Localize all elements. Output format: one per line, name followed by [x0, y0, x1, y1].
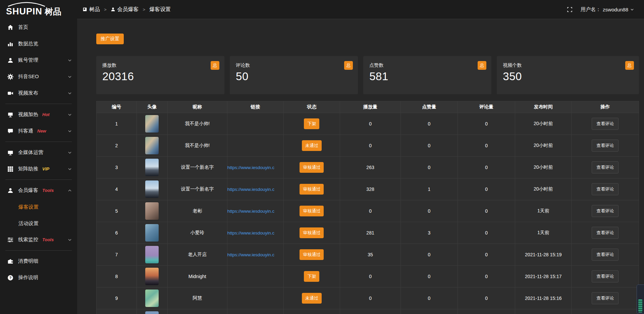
publish-time-cell [515, 309, 572, 314]
sidebar-item-label: 全媒体运营 [18, 149, 43, 156]
username-menu[interactable]: 用户名：zswodun88 [581, 6, 634, 13]
table-header-cell: 编号 [97, 101, 137, 113]
sidebar-item-video-publish[interactable]: 视频发布 [0, 85, 77, 101]
sidebar-item-label: 账号管理 [18, 57, 38, 63]
row-id-cell: 8 [97, 266, 137, 287]
table-header-row: 编号头像昵称链接状态播放量点赞量评论量发布时间操作 [97, 101, 639, 113]
sidebar-item-matrix-boost[interactable]: 矩阵助推VIP [0, 161, 77, 177]
breadcrumb-home[interactable]: 树品 [83, 6, 100, 13]
plays-cell: 0 [340, 135, 400, 157]
publish-time-cell: 2021-11-28 15:16 [515, 287, 572, 309]
breadcrumb-label: 爆客设置 [149, 6, 171, 13]
plays-cell: 0 [340, 287, 400, 309]
view-comments-button[interactable]: 查看评论 [592, 292, 619, 304]
video-icon [7, 90, 13, 96]
topbar-right: 用户名：zswodun88 [567, 6, 634, 13]
sidebar-item-operation-guide[interactable]: ?操作说明 [0, 269, 77, 286]
view-comments-button[interactable]: 查看评论 [592, 227, 619, 239]
table-header-cell: 点赞量 [401, 101, 458, 113]
status-badge: 审核通过 [300, 249, 324, 260]
comments-cell: 0 [458, 287, 515, 309]
avatar [145, 159, 159, 176]
stat-card-likes: 点赞数581总 [363, 56, 491, 94]
promo-settings-button[interactable]: 推广设置 [96, 34, 124, 44]
chat-icon [7, 128, 13, 134]
sidebar-subitem-label: 爆客设置 [18, 204, 39, 210]
sidebar-item-douyin-seo[interactable]: 抖音SEO [0, 68, 77, 85]
sidebar-item-label: 操作说明 [18, 274, 38, 281]
sidebar-item-account-manage[interactable]: 账号管理 [0, 52, 77, 68]
brand-name-cn: 树品 [45, 7, 61, 16]
floating-widget-stripes-icon [638, 300, 642, 312]
status-cell: 审核通过 [283, 244, 340, 266]
status-badge: 未通过 [302, 293, 322, 304]
link-cell [227, 266, 283, 287]
sidebar-item-media-operation[interactable]: 全媒体运营 [0, 144, 77, 161]
sidebar-item-badge: Tools [42, 237, 54, 242]
table-row: 1我不是小帅!下架00020小时前查看评论 [97, 113, 639, 135]
sidebar-item-video-heat[interactable]: 视频加热Hot [0, 106, 77, 123]
username-label: 用户名： [581, 6, 601, 13]
avatar-cell [137, 178, 167, 200]
video-link[interactable]: https://www.iesdouyin.c [227, 252, 274, 257]
comments-cell: 0 [458, 266, 515, 287]
sidebar-subitem-activity-settings[interactable]: 活动设置 [0, 215, 77, 231]
videos-table: 编号头像昵称链接状态播放量点赞量评论量发布时间操作 1我不是小帅!下架00020… [96, 101, 639, 314]
fullscreen-icon[interactable] [567, 7, 573, 12]
status-cell [283, 309, 340, 314]
brand-logo[interactable]: SHUPIN树品 [0, 0, 77, 19]
table-row: 6小爱玲https://www.iesdouyin.c审核通过281301天前查… [97, 222, 639, 244]
video-link[interactable]: https://www.iesdouyin.c [227, 187, 274, 192]
breadcrumb: 树品>会员爆客>爆客设置 [83, 6, 171, 13]
likes-cell: 0 [401, 113, 458, 135]
grid-icon [7, 166, 13, 172]
sidebar-item-label: 数据总览 [18, 41, 38, 47]
video-link[interactable]: https://www.iesdouyin.c [227, 165, 274, 170]
view-comments-button[interactable]: 查看评论 [592, 161, 619, 173]
video-link[interactable]: https://www.iesdouyin.c [227, 209, 274, 214]
nickname-cell: 我不是小帅! [167, 113, 227, 135]
action-cell: 查看评论 [572, 222, 639, 244]
avatar-cell [137, 135, 167, 157]
link-cell: https://www.iesdouyin.c [227, 244, 283, 266]
view-comments-button[interactable]: 查看评论 [592, 249, 619, 261]
row-id-cell: 3 [97, 157, 137, 178]
stat-total-badge: 总 [211, 61, 219, 70]
view-comments-button[interactable]: 查看评论 [592, 183, 619, 195]
sidebar-item-home[interactable]: 首页 [0, 19, 77, 36]
status-badge: 未通过 [302, 140, 322, 151]
view-comments-button[interactable]: 查看评论 [592, 140, 619, 152]
likes-cell: 0 [401, 244, 458, 266]
comments-cell: 0 [458, 157, 515, 178]
stat-total-badge: 总 [344, 61, 353, 70]
likes-cell: 0 [401, 200, 458, 222]
video-link[interactable]: https://www.iesdouyin.c [227, 230, 274, 235]
sidebar-item-clue-monitor[interactable]: 线索监控Tools [0, 231, 77, 248]
sidebar-item-douketong[interactable]: 抖客通New [0, 123, 77, 139]
view-comments-button[interactable]: 查看评论 [592, 270, 619, 282]
table-header-cell: 操作 [572, 101, 639, 113]
likes-cell: 0 [401, 287, 458, 309]
view-comments-button[interactable]: 查看评论 [592, 118, 619, 130]
sidebar-item-data-overview[interactable]: 数据总览 [0, 36, 77, 52]
sidebar-item-label: 矩阵助推 [18, 166, 38, 172]
sidebar-item-member-baoke[interactable]: 会员爆客Tools [0, 182, 77, 199]
link-cell: https://www.iesdouyin.c [227, 222, 283, 244]
view-comments-button[interactable]: 查看评论 [592, 205, 619, 217]
sidebar-item-badge: VIP [42, 166, 49, 171]
floating-widget[interactable] [637, 284, 644, 314]
user-icon [7, 57, 13, 63]
row-id-cell: 1 [97, 113, 137, 135]
table-header-cell: 状态 [283, 101, 340, 113]
breadcrumb-label: 会员爆客 [117, 6, 139, 13]
sidebar-item-consume-detail[interactable]: 消费明细 [0, 253, 77, 269]
breadcrumb-member-baoke[interactable]: 会员爆客 [111, 6, 139, 13]
breadcrumb-separator: > [104, 7, 107, 12]
sidebar-divider [5, 250, 72, 251]
stat-value: 20316 [102, 70, 218, 83]
chevron-down-icon [68, 238, 72, 242]
screen-icon [7, 112, 13, 118]
sidebar-subitem-baoke-settings[interactable]: 爆客设置 [0, 199, 77, 215]
likes-cell [401, 309, 458, 314]
stat-label: 点赞数 [369, 62, 485, 68]
